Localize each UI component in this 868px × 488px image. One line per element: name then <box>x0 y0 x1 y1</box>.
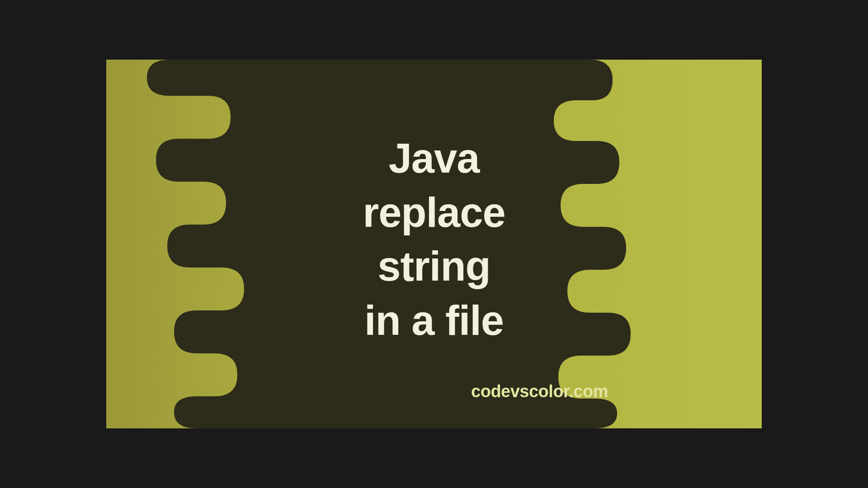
title-line-4: in a file <box>363 294 505 348</box>
title-line-3: string <box>363 239 505 294</box>
title-text-container: Java replace string in a file <box>363 131 505 347</box>
banner-image-container: Java replace string in a file codevscolo… <box>106 60 762 428</box>
title-line-1: Java <box>363 131 505 186</box>
title-line-2: replace <box>363 186 505 240</box>
site-url-label: codevscolor.com <box>471 382 608 401</box>
